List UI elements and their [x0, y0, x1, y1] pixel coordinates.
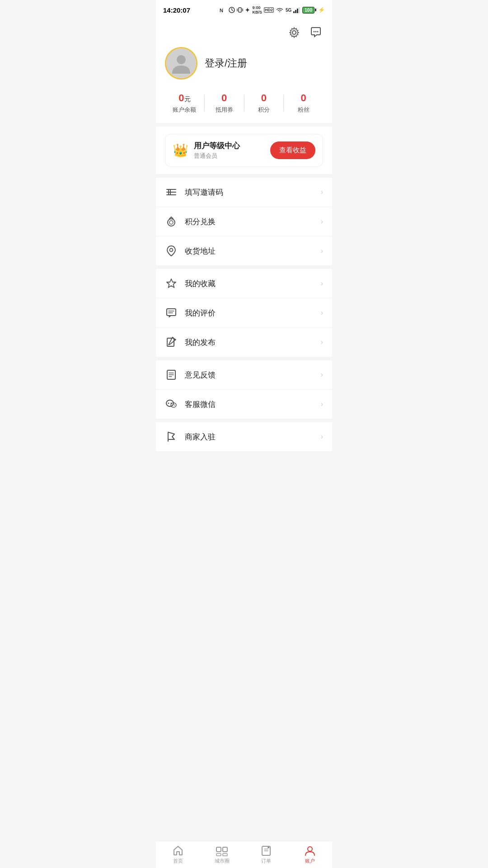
status-bar: 14:20:07 N ✦ 9:00KB/S HD2	[156, 0, 332, 20]
star-icon	[166, 278, 177, 289]
svg-point-16	[177, 55, 186, 64]
message-button[interactable]	[309, 25, 323, 40]
reviews-label: 我的评价	[185, 308, 321, 318]
coupon-value: 0	[221, 92, 227, 104]
menu-item-customer-wechat[interactable]: 客服微信 ›	[156, 390, 332, 419]
settings-button[interactable]	[287, 25, 301, 40]
svg-point-22	[168, 219, 175, 226]
user-info: 登录/注册	[165, 47, 323, 80]
nav-account[interactable]: 账户	[288, 841, 333, 868]
svg-point-12	[292, 31, 296, 34]
fans-label: 粉丝	[298, 106, 310, 114]
points-exchange-icon	[166, 216, 177, 227]
invite-code-icon	[166, 188, 177, 197]
invite-icon	[165, 186, 178, 198]
nav-account-label: 账户	[305, 858, 315, 864]
bluetooth-icon: ✦	[245, 6, 250, 14]
login-register-label[interactable]: 登录/注册	[205, 57, 247, 70]
edit-icon	[166, 337, 177, 348]
5g-badge: 5G	[286, 8, 291, 13]
menu-item-address[interactable]: 收货地址 ›	[156, 236, 332, 265]
level-card-section: 👑 用户等级中心 普通会员 查看收益	[156, 127, 332, 174]
chevron-right-icon: ›	[321, 188, 323, 196]
svg-point-46	[308, 847, 312, 851]
feedback-label: 意见反馈	[185, 370, 321, 380]
hd-badge: HD2	[264, 7, 274, 13]
svg-rect-42	[223, 847, 227, 852]
level-subtitle: 普通会员	[194, 152, 240, 160]
chevron-right-icon: ›	[321, 247, 323, 255]
svg-rect-11	[299, 7, 300, 13]
svg-rect-8	[293, 11, 295, 13]
svg-point-24	[170, 249, 173, 252]
menu-item-points-exchange[interactable]: 积分兑换 ›	[156, 207, 332, 236]
stats-row: 0元 账户余额 0 抵用券 0 积分 0 粉丝	[165, 89, 323, 116]
stat-points[interactable]: 0 积分	[244, 92, 284, 114]
menu-item-favorites[interactable]: 我的收藏 ›	[156, 269, 332, 298]
comment-icon	[166, 307, 177, 318]
coupon-label: 抵用券	[216, 106, 233, 114]
gear-icon	[288, 27, 300, 38]
points-value: 0	[261, 92, 267, 104]
stat-coupon[interactable]: 0 抵用券	[205, 92, 244, 114]
svg-rect-41	[216, 847, 221, 852]
nav-home[interactable]: 首页	[156, 841, 200, 868]
home-icon	[173, 845, 183, 856]
svg-point-39	[174, 405, 175, 406]
posts-label: 我的发布	[185, 337, 321, 348]
svg-rect-44	[223, 854, 227, 856]
svg-rect-9	[295, 10, 296, 13]
svg-point-15	[317, 31, 319, 33]
menu-item-reviews[interactable]: 我的评价 ›	[156, 298, 332, 328]
svg-point-13	[314, 31, 315, 33]
wechat-logo-icon	[165, 399, 177, 410]
flag-icon	[166, 431, 177, 442]
status-icons: N ✦ 9:00KB/S HD2 5G	[220, 5, 325, 14]
chevron-right-icon: ›	[321, 217, 323, 226]
orders-icon	[261, 845, 271, 856]
points-icon	[165, 215, 178, 228]
menu-item-posts[interactable]: 我的发布 ›	[156, 328, 332, 357]
clock-icon	[229, 7, 235, 13]
menu-item-invite-code[interactable]: 填写邀请码 ›	[156, 178, 332, 207]
nav-city-circle[interactable]: 城市圈	[200, 841, 244, 868]
battery-container: 100	[302, 7, 316, 14]
svg-rect-43	[216, 854, 221, 856]
menu-section-1: 填写邀请码 › 积分兑换 › 收货地址 ›	[156, 178, 332, 265]
feedback-icon	[165, 368, 178, 381]
avatar[interactable]	[165, 47, 197, 80]
stat-fans[interactable]: 0 粉丝	[284, 92, 323, 114]
chevron-right-icon: ›	[321, 400, 323, 408]
favorites-label: 我的收藏	[185, 278, 321, 289]
nav-orders[interactable]: 订单	[244, 841, 288, 868]
menu-section-4: 商家入驻 ›	[156, 422, 332, 451]
profile-header: 登录/注册 0元 账户余额 0 抵用券 0 积分 0 粉丝	[156, 20, 332, 123]
svg-rect-26	[167, 309, 176, 316]
points-exchange-label: 积分兑换	[185, 217, 321, 227]
svg-rect-10	[297, 9, 298, 13]
menu-section-3: 意见反馈 › 客服微信 ›	[156, 360, 332, 419]
signal-icon	[293, 7, 300, 13]
fans-value: 0	[301, 92, 306, 104]
bottom-navigation: 首页 城市圈 订单 账户	[156, 841, 332, 868]
view-earnings-button[interactable]: 查看收益	[270, 142, 315, 159]
crown-icon: 👑	[173, 143, 188, 158]
menu-item-merchant[interactable]: 商家入驻 ›	[156, 422, 332, 451]
svg-line-3	[232, 10, 233, 11]
reviews-icon	[165, 307, 178, 319]
chevron-right-icon: ›	[321, 338, 323, 346]
favorites-icon	[165, 277, 178, 290]
battery-tip	[315, 9, 316, 11]
svg-text:N: N	[220, 8, 223, 13]
status-time: 14:20:07	[163, 6, 190, 14]
nav-home-label: 首页	[173, 858, 183, 864]
chevron-right-icon: ›	[321, 309, 323, 317]
vibrate-icon	[237, 7, 243, 13]
city-circle-icon	[216, 845, 228, 856]
chevron-right-icon: ›	[321, 371, 323, 379]
svg-marker-25	[167, 279, 176, 288]
menu-item-feedback[interactable]: 意见反馈 ›	[156, 360, 332, 390]
merchant-icon	[165, 430, 178, 443]
stat-balance[interactable]: 0元 账户余额	[165, 92, 204, 114]
level-info: 用户等级中心 普通会员	[194, 141, 240, 160]
